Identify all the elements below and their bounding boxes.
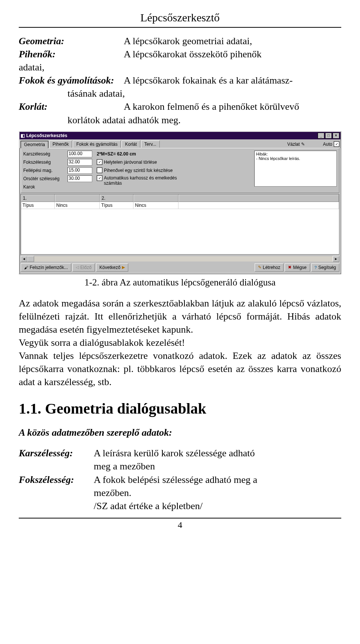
page-title: Lépcsőszerkesztő (19, 11, 341, 24)
help-icon: ? (315, 265, 317, 270)
col-header-2b[interactable] (134, 194, 178, 202)
input-karszelesseg[interactable]: 100.00 (68, 151, 92, 157)
para-1: Az adatok megadása során a szerkesztőabl… (19, 298, 341, 335)
val-fokok: A lépcsőkarok fokainak és a kar alátámas… (124, 74, 341, 87)
auto-checkbox[interactable] (334, 141, 339, 147)
page-number: 4 (19, 518, 341, 534)
tab-pihenok[interactable]: Pihenők (49, 140, 72, 148)
scroll-right-arrow[interactable]: ► (333, 256, 339, 262)
megse-button[interactable]: ✖Mégse (285, 263, 310, 272)
val-geometria: A lépcsőkarok geometriai adatai, (124, 34, 341, 48)
chk-pihenovel[interactable] (97, 167, 102, 173)
section-heading: 1.1. Geometria dialógusablak (19, 400, 341, 417)
para-2: Vegyük sorra a dialógusablakok kezelését… (19, 337, 185, 348)
tab-korlat[interactable]: Korlát (122, 140, 140, 148)
pencil-icon[interactable]: ✎ (301, 142, 305, 147)
button-bar: 🖌Felszín jellemzők... ◁Előző Következő▶ … (20, 262, 340, 273)
errors-box: Hibák: - Nincs lépcsőkar leírás. (254, 151, 337, 187)
prev-icon: ◁ (76, 265, 79, 270)
kovetkezo-button[interactable]: Következő▶ (96, 263, 128, 272)
grid-rest (178, 202, 339, 209)
data-grid[interactable]: 1. 2. Típus Nincs Típus Nincs (21, 194, 339, 255)
label-orsoter: Orsótér szélesség (23, 175, 64, 182)
input-fellepesi[interactable]: 15.00 (68, 167, 92, 174)
letrehoz-button[interactable]: ✎Létrehoz (255, 263, 284, 272)
grid-nincs-1[interactable]: Nincs (55, 202, 100, 209)
subheading: A közös adatmezőben szereplő adatok: (19, 427, 341, 438)
error-item: - Nincs lépcsőkar leírás. (256, 156, 335, 161)
tab-strip: Geometria Pihenők Fokok és gyámolítás Ko… (20, 139, 340, 148)
label-fellepesi: Fellépési mag. (23, 167, 64, 174)
label-karszelesseg: Karszélesség (23, 151, 64, 157)
tab-fokok[interactable]: Fokok és gyámolítás (73, 140, 121, 148)
para-3: Vannak teljes lépcsőszerkezetre vonatkoz… (19, 350, 341, 387)
term-korlat: Korlát: (19, 100, 124, 113)
korlat-cont: korlátok adatai adhatók meg. (19, 114, 341, 127)
label-karok: Karok (23, 184, 64, 190)
karszelesseg-cont: meg a mezőben (19, 460, 341, 473)
app-icon: ◧ (21, 133, 25, 138)
elozo-label: Előző (80, 265, 92, 270)
cancel-icon: ✖ (288, 265, 291, 270)
col-header-rest[interactable] (178, 194, 339, 202)
segitseg-label: Segítség (318, 265, 336, 270)
chk-helytelen-label: Helytelen járóvonal törlése (104, 160, 157, 165)
grid-tipus-2: Típus (100, 202, 134, 209)
segitseg-button[interactable]: ?Segítség (311, 263, 340, 272)
sz-note: /SZ adat értéke a képletben/ (19, 499, 341, 513)
horizontal-scrollbar[interactable]: ◄ ► (21, 256, 339, 262)
letrehoz-label: Létrehoz (263, 265, 280, 270)
val-fokszelesseg: A fokok belépési szélessége adható meg a (94, 473, 341, 486)
document-page: Lépcsőszerkesztő Geometria: A lépcsőkaro… (0, 0, 360, 541)
window-titlebar[interactable]: ◧ Lépcsőszerkesztés _ □ × (20, 132, 340, 139)
val-karszelesseg: A leírásra kerülő karok szélessége adhat… (94, 447, 341, 460)
vazlat-label: Vázlat (287, 142, 300, 147)
term-fokszelesseg: Fokszélesség: (19, 473, 94, 486)
term-pihenok: Pihenők: (19, 48, 124, 61)
val-korlat: A karokon felmenő és a pihenőket körülve… (124, 100, 341, 113)
grid-empty-rows (21, 209, 339, 254)
felszin-button[interactable]: 🖌Felszín jellemzők... (21, 263, 71, 272)
col-header-1b[interactable] (55, 194, 100, 202)
term-karszelesseg: Karszélesség: (19, 447, 94, 460)
definitions-block: Geometria: A lépcsőkarok geometriai adat… (19, 34, 341, 127)
chk-pihenovel-label: Pihenővel egy szintű fok készítése (104, 168, 172, 173)
scroll-left-arrow[interactable]: ◄ (21, 256, 27, 262)
figure-caption: 1-2. ábra Az automatikus lépcsőgeneráló … (19, 277, 341, 288)
formula-text: 2*M+SZ= 62.00 cm (97, 151, 251, 157)
elozo-button[interactable]: ◁Előző (72, 263, 95, 272)
col-header-1[interactable]: 1. (21, 194, 55, 202)
definitions-2: Karszélesség: A leírásra kerülő karok sz… (19, 447, 341, 512)
input-orsoter[interactable]: 30.00 (68, 175, 92, 182)
grid-nincs-2[interactable]: Nincs (134, 202, 178, 209)
tab-terv[interactable]: Terv... (141, 140, 160, 148)
term-fokok: Fokok és gyámolítások: (19, 74, 124, 87)
tab-geometria[interactable]: Geometria (21, 141, 48, 148)
chk-helytelen[interactable] (97, 159, 102, 165)
scroll-track[interactable] (34, 256, 333, 261)
tab-body: Karszélesség Fokszélesség Fellépési mag.… (21, 148, 339, 193)
kovetkezo-label: Következő (99, 265, 120, 270)
pihenok-cont: adatai, (19, 61, 341, 74)
next-icon: ▶ (122, 265, 125, 270)
val-pihenok: A lépcsőkarokat összekötő pihenők (124, 48, 341, 61)
chk-automatikus-label: Automatikus karhossz és emelkedés számít… (104, 175, 183, 186)
col-header-2[interactable]: 2. (100, 194, 134, 202)
fokszelesseg-cont: mezőben. (19, 486, 341, 499)
fokok-cont: tásának adatai, (19, 87, 341, 100)
minimize-button[interactable]: _ (318, 133, 324, 139)
title-rule (19, 27, 341, 28)
grid-tipus-1: Típus (21, 202, 55, 209)
maximize-button[interactable]: □ (325, 133, 332, 139)
close-button[interactable]: × (333, 133, 339, 139)
input-fokszelesseg[interactable]: 32.00 (68, 159, 92, 166)
chk-automatikus[interactable] (97, 175, 102, 181)
scroll-thumb[interactable] (27, 256, 34, 262)
megse-label: Mégse (293, 265, 306, 270)
auto-label: Auto (323, 142, 332, 147)
pencil-create-icon: ✎ (258, 265, 261, 270)
felszin-label: Felszín jellemzők... (30, 265, 68, 270)
term-geometria: Geometria: (19, 34, 124, 48)
stair-editor-window: ◧ Lépcsőszerkesztés _ □ × Geometria Pihe… (19, 131, 341, 274)
errors-label: Hibák: (256, 152, 335, 156)
